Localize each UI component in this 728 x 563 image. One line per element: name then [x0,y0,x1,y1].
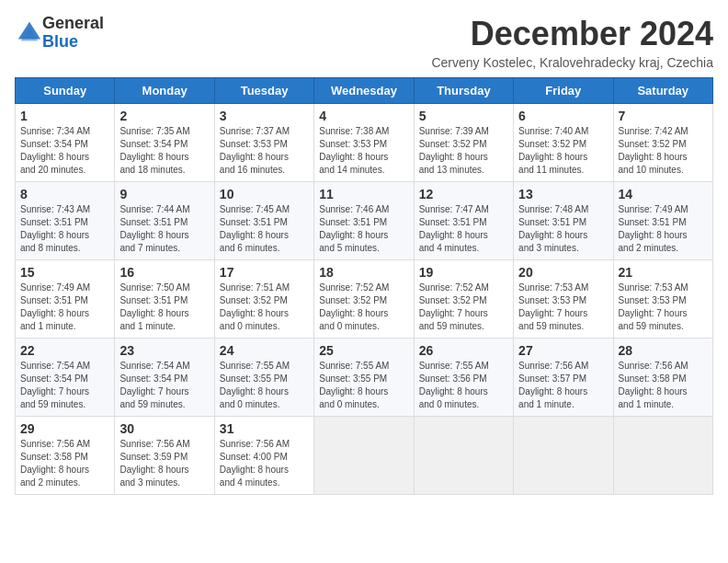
calendar-cell: 20Sunrise: 7:53 AM Sunset: 3:53 PM Dayli… [514,260,613,339]
day-info: Sunrise: 7:56 AM Sunset: 4:00 PM Dayligh… [220,438,309,489]
calendar-cell [314,417,414,495]
day-number: 11 [319,187,408,201]
week-row-2: 8Sunrise: 7:43 AM Sunset: 3:51 PM Daylig… [16,182,713,260]
day-number: 28 [619,343,708,358]
calendar-cell: 14Sunrise: 7:49 AM Sunset: 3:51 PM Dayli… [613,182,712,260]
calendar-cell: 13Sunrise: 7:48 AM Sunset: 3:51 PM Dayli… [514,182,613,260]
column-header-thursday: Thursday [414,78,513,104]
calendar-cell: 27Sunrise: 7:56 AM Sunset: 3:57 PM Dayli… [514,339,613,417]
calendar-cell: 26Sunrise: 7:55 AM Sunset: 3:56 PM Dayli… [414,339,513,417]
column-header-wednesday: Wednesday [314,78,414,104]
calendar-cell [514,417,613,495]
day-number: 19 [419,265,508,280]
calendar-cell: 29Sunrise: 7:56 AM Sunset: 3:58 PM Dayli… [16,417,115,495]
week-row-4: 22Sunrise: 7:54 AM Sunset: 3:54 PM Dayli… [16,339,713,417]
day-number: 26 [419,343,508,358]
day-number: 4 [319,109,408,123]
calendar-cell: 30Sunrise: 7:56 AM Sunset: 3:59 PM Dayli… [115,417,214,495]
day-number: 6 [518,109,608,123]
calendar-cell: 23Sunrise: 7:54 AM Sunset: 3:54 PM Dayli… [115,339,214,417]
week-row-1: 1Sunrise: 7:34 AM Sunset: 3:54 PM Daylig… [16,104,713,182]
calendar-cell: 21Sunrise: 7:53 AM Sunset: 3:53 PM Dayli… [613,260,712,339]
main-title: December 2024 [431,15,713,53]
day-number: 9 [119,187,209,201]
day-info: Sunrise: 7:53 AM Sunset: 3:53 PM Dayligh… [619,282,708,333]
day-info: Sunrise: 7:37 AM Sunset: 3:53 PM Dayligh… [220,125,309,177]
calendar-cell: 16Sunrise: 7:50 AM Sunset: 3:51 PM Dayli… [115,260,214,339]
logo: General Blue [15,15,104,52]
day-info: Sunrise: 7:35 AM Sunset: 3:54 PM Dayligh… [119,125,209,177]
day-info: Sunrise: 7:56 AM Sunset: 3:58 PM Dayligh… [20,438,109,489]
calendar-body: 1Sunrise: 7:34 AM Sunset: 3:54 PM Daylig… [16,104,713,495]
day-number: 15 [20,265,109,280]
week-row-3: 15Sunrise: 7:49 AM Sunset: 3:51 PM Dayli… [16,260,713,339]
calendar-cell: 24Sunrise: 7:55 AM Sunset: 3:55 PM Dayli… [214,339,313,417]
calendar-cell [613,417,712,495]
day-info: Sunrise: 7:44 AM Sunset: 3:51 PM Dayligh… [119,203,209,255]
page-header: General Blue December 2024 Cerveny Koste… [15,15,713,70]
day-info: Sunrise: 7:40 AM Sunset: 3:52 PM Dayligh… [518,125,608,177]
day-number: 10 [220,187,309,201]
calendar-cell: 2Sunrise: 7:35 AM Sunset: 3:54 PM Daylig… [115,104,214,182]
day-number: 5 [419,109,508,123]
day-info: Sunrise: 7:56 AM Sunset: 3:59 PM Dayligh… [119,438,209,489]
day-info: Sunrise: 7:52 AM Sunset: 3:52 PM Dayligh… [419,282,508,333]
calendar-cell: 17Sunrise: 7:51 AM Sunset: 3:52 PM Dayli… [214,260,313,339]
day-info: Sunrise: 7:42 AM Sunset: 3:52 PM Dayligh… [619,125,708,177]
calendar-cell: 6Sunrise: 7:40 AM Sunset: 3:52 PM Daylig… [514,104,613,182]
calendar-cell: 4Sunrise: 7:38 AM Sunset: 3:53 PM Daylig… [314,104,414,182]
calendar-cell: 15Sunrise: 7:49 AM Sunset: 3:51 PM Dayli… [16,260,115,339]
day-number: 16 [119,265,209,280]
day-info: Sunrise: 7:50 AM Sunset: 3:51 PM Dayligh… [119,282,209,333]
title-block: December 2024 Cerveny Kostelec, Kraloveh… [431,15,713,70]
day-info: Sunrise: 7:54 AM Sunset: 3:54 PM Dayligh… [20,360,109,411]
day-info: Sunrise: 7:52 AM Sunset: 3:52 PM Dayligh… [319,282,408,333]
calendar-cell: 31Sunrise: 7:56 AM Sunset: 4:00 PM Dayli… [214,417,313,495]
calendar-cell: 1Sunrise: 7:34 AM Sunset: 3:54 PM Daylig… [16,104,115,182]
day-number: 25 [319,343,408,358]
day-number: 7 [619,109,708,123]
day-info: Sunrise: 7:48 AM Sunset: 3:51 PM Dayligh… [518,203,608,255]
day-info: Sunrise: 7:45 AM Sunset: 3:51 PM Dayligh… [220,203,309,255]
day-number: 20 [518,265,608,280]
day-info: Sunrise: 7:49 AM Sunset: 3:51 PM Dayligh… [619,203,708,255]
calendar-cell [414,417,513,495]
calendar-header: SundayMondayTuesdayWednesdayThursdayFrid… [16,78,713,104]
day-info: Sunrise: 7:55 AM Sunset: 3:55 PM Dayligh… [220,360,309,411]
day-number: 17 [220,265,309,280]
day-info: Sunrise: 7:38 AM Sunset: 3:53 PM Dayligh… [319,125,408,177]
day-info: Sunrise: 7:55 AM Sunset: 3:55 PM Dayligh… [319,360,408,411]
day-number: 24 [220,343,309,358]
calendar-cell: 8Sunrise: 7:43 AM Sunset: 3:51 PM Daylig… [16,182,115,260]
calendar-cell: 25Sunrise: 7:55 AM Sunset: 3:55 PM Dayli… [314,339,414,417]
column-header-sunday: Sunday [16,78,115,104]
day-number: 18 [319,265,408,280]
day-number: 12 [419,187,508,201]
calendar-cell: 10Sunrise: 7:45 AM Sunset: 3:51 PM Dayli… [214,182,313,260]
day-number: 29 [20,421,109,436]
day-info: Sunrise: 7:34 AM Sunset: 3:54 PM Dayligh… [20,125,109,177]
day-number: 13 [518,187,608,201]
calendar-cell: 9Sunrise: 7:44 AM Sunset: 3:51 PM Daylig… [115,182,214,260]
subtitle: Cerveny Kostelec, Kralovehradecky kraj, … [431,55,713,70]
logo-text: General Blue [42,15,104,52]
calendar-cell: 7Sunrise: 7:42 AM Sunset: 3:52 PM Daylig… [613,104,712,182]
logo-icon [17,20,42,46]
day-info: Sunrise: 7:51 AM Sunset: 3:52 PM Dayligh… [220,282,309,333]
calendar: SundayMondayTuesdayWednesdayThursdayFrid… [15,77,713,495]
calendar-cell: 28Sunrise: 7:56 AM Sunset: 3:58 PM Dayli… [613,339,712,417]
calendar-cell: 11Sunrise: 7:46 AM Sunset: 3:51 PM Dayli… [314,182,414,260]
day-info: Sunrise: 7:43 AM Sunset: 3:51 PM Dayligh… [20,203,109,255]
day-number: 14 [619,187,708,201]
day-info: Sunrise: 7:49 AM Sunset: 3:51 PM Dayligh… [20,282,109,333]
calendar-cell: 5Sunrise: 7:39 AM Sunset: 3:52 PM Daylig… [414,104,513,182]
day-number: 3 [220,109,309,123]
day-number: 23 [119,343,209,358]
logo-blue: Blue [42,33,104,52]
day-info: Sunrise: 7:47 AM Sunset: 3:51 PM Dayligh… [419,203,508,255]
day-number: 2 [119,109,209,123]
column-header-monday: Monday [115,78,214,104]
day-info: Sunrise: 7:56 AM Sunset: 3:58 PM Dayligh… [619,360,708,411]
day-number: 8 [20,187,109,201]
day-info: Sunrise: 7:54 AM Sunset: 3:54 PM Dayligh… [119,360,209,411]
